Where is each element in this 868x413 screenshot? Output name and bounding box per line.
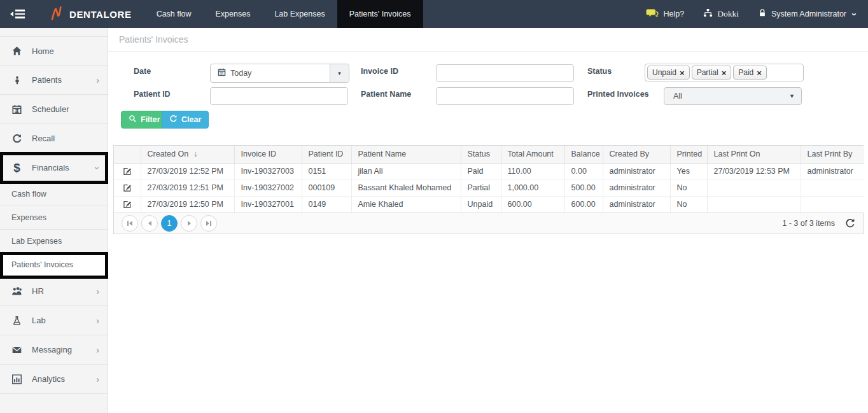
sidebar-item-lab[interactable]: Lab › [0, 306, 108, 335]
tab-patients-invoices[interactable]: Patients' Invoices [337, 0, 423, 28]
filter-button[interactable]: Filter [121, 111, 168, 129]
sidebar-item-label: Recall [32, 134, 55, 143]
page-title: Patients' Invoices [108, 28, 868, 52]
header-total-amount[interactable]: Total Amount [501, 146, 564, 163]
brand: DENTALORE [50, 0, 132, 28]
cell-last-print-by [801, 196, 864, 213]
home-icon [10, 46, 24, 56]
header-created-by[interactable]: Created By [603, 146, 670, 163]
sidebar-item-messaging[interactable]: Messaging › [0, 335, 108, 365]
remove-chip-icon[interactable]: × [722, 69, 727, 77]
help-label: Help? [663, 10, 684, 18]
cell-printed: No [670, 179, 707, 196]
cell-patient-id: 0151 [302, 163, 351, 179]
page-number-button[interactable]: 1 [161, 215, 178, 232]
tab-lab-expenses[interactable]: Lab Expenses [262, 0, 337, 28]
status-chip-paid[interactable]: Paid × [733, 66, 767, 80]
remove-chip-icon[interactable]: × [757, 69, 762, 77]
brand-logo-icon [50, 4, 64, 24]
sidebar-subitem-cash-flow[interactable]: Cash flow [0, 183, 108, 206]
reload-button[interactable] [845, 218, 855, 228]
header-patient-name[interactable]: Patient Name [351, 146, 461, 163]
sidebar-item-patients[interactable]: Patients › [0, 66, 108, 95]
clinic-selector[interactable]: Dokki [703, 8, 739, 20]
invoice-id-input[interactable] [436, 64, 574, 82]
printed-invoices-value: All [673, 92, 682, 101]
chevron-down-icon: › [850, 13, 860, 16]
header-status[interactable]: Status [461, 146, 501, 163]
chip-label: Paid [738, 68, 753, 77]
help-chat-icon [646, 8, 659, 20]
clinic-name: Dokki [717, 9, 739, 19]
printed-invoices-label: Printed Invoices [587, 90, 649, 99]
sidebar-item-label: Messaging [32, 345, 72, 354]
lock-icon [758, 8, 767, 20]
hamburger-icon [15, 10, 25, 18]
tab-cash-flow[interactable]: Cash flow [144, 0, 204, 28]
user-menu[interactable]: System Administrator › [758, 8, 857, 20]
sidebar-subitem-patients-invoices[interactable]: Patients' Invoices [0, 253, 108, 277]
cell-last-print-by [801, 179, 864, 196]
status-chip-unpaid[interactable]: Unpaid × [647, 66, 690, 80]
status-chip-partial[interactable]: Partial × [692, 66, 732, 80]
sidebar-item-scheduler[interactable]: Scheduler [0, 95, 108, 124]
cell-balance: 500.00 [564, 179, 603, 196]
hr-people-icon [10, 286, 24, 297]
first-page-button[interactable] [122, 215, 138, 232]
sidebar-item-hr[interactable]: HR › [0, 277, 108, 306]
date-range-select[interactable]: Today ▼ [210, 64, 349, 83]
chip-label: Partial [697, 68, 718, 77]
sidebar-subitem-expenses[interactable]: Expenses [0, 206, 108, 230]
cell-status: Partial [461, 179, 501, 196]
cell-printed: Yes [670, 163, 707, 179]
cell-total-amount: 110.00 [501, 163, 564, 179]
sidebar-item-financials[interactable]: $ Financials › [0, 153, 108, 183]
sidebar-subitem-lab-expenses[interactable]: Lab Expenses [0, 230, 108, 253]
last-page-button[interactable] [200, 215, 217, 232]
edit-invoice-button[interactable] [123, 182, 132, 194]
patient-id-label: Patient ID [134, 90, 171, 99]
cell-patient-id: 000109 [302, 179, 351, 196]
topbar: DENTALORE Cash flow Expenses Lab Expense… [0, 0, 868, 28]
pager-summary: 1 - 3 of 3 items [782, 219, 835, 228]
help-link[interactable]: Help? [646, 8, 684, 20]
patient-id-input[interactable] [210, 87, 348, 105]
previous-page-button[interactable] [141, 215, 158, 232]
patient-name-input[interactable] [436, 87, 574, 105]
cell-last-print-on [707, 179, 801, 196]
dropdown-arrow-button[interactable]: ▼ [330, 64, 349, 82]
cell-total-amount: 600.00 [501, 196, 564, 213]
cell-last-print-on [707, 196, 801, 213]
header-patient-id[interactable]: Patient ID [302, 146, 351, 163]
clear-button[interactable]: Clear [162, 111, 209, 129]
next-page-button[interactable] [181, 215, 197, 232]
header-balance[interactable]: Balance [564, 146, 603, 163]
table-header-row: Created On↓ Invoice ID Patient ID Patien… [114, 146, 864, 163]
header-created-on[interactable]: Created On↓ [141, 146, 234, 163]
header-last-print-on[interactable]: Last Print On [707, 146, 801, 163]
sidebar-item-home[interactable]: Home [0, 36, 108, 66]
sidebar-item-label: HR [32, 286, 44, 296]
cell-printed: No [670, 196, 707, 213]
main-content: Patients' Invoices Date Today ▼ Invoice … [108, 28, 868, 413]
edit-invoice-button[interactable] [123, 165, 132, 178]
remove-chip-icon[interactable]: × [680, 69, 685, 77]
sidebar-item-label: Financials [32, 163, 69, 172]
header-last-print-by[interactable]: Last Print By [801, 146, 864, 163]
tab-expenses[interactable]: Expenses [204, 0, 263, 28]
printed-invoices-select[interactable]: All ▼ [664, 87, 802, 105]
chevron-right-icon: › [96, 76, 99, 85]
collapse-menu-icon[interactable] [10, 0, 25, 28]
header-invoice-id[interactable]: Invoice ID [234, 146, 302, 163]
flask-icon [10, 316, 24, 326]
sidebar-item-recall[interactable]: Recall [0, 124, 108, 153]
search-icon [129, 115, 137, 125]
edit-invoice-button[interactable] [123, 199, 132, 211]
header-printed[interactable]: Printed [670, 146, 707, 163]
date-range-value: Today [230, 69, 251, 78]
sidebar-item-analytics[interactable]: Analytics › [0, 365, 108, 394]
cell-invoice-id: Inv-190327002 [234, 179, 302, 196]
status-multiselect[interactable]: Unpaid × Partial × Paid × [645, 64, 804, 81]
calendar-icon [10, 104, 24, 115]
cell-total-amount: 1,000.00 [501, 179, 564, 196]
